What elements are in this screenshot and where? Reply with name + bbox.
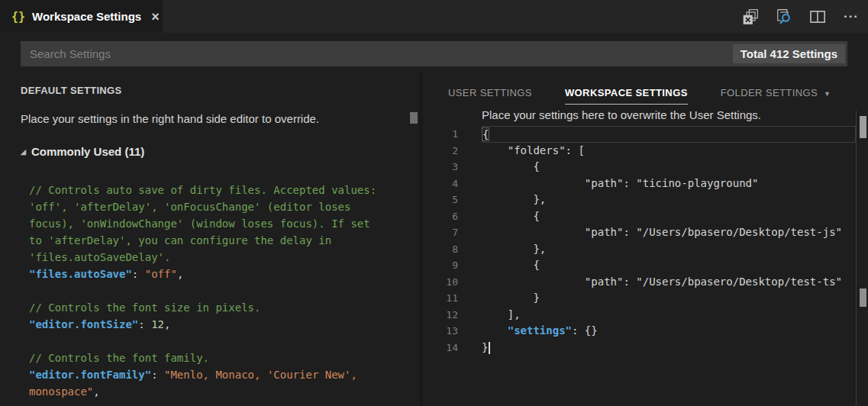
settings-target-tabs: USER SETTINGSWORKSPACE SETTINGSFOLDER SE… <box>448 87 831 105</box>
code-token: // Controls auto save of dirty files. Ac… <box>29 184 376 196</box>
editor-line: 10 "path": "/Users/bpasero/Desktop/test-… <box>423 274 856 291</box>
code-token: "path": "/Users/bpasero/Desktop/test-js" <box>585 226 842 238</box>
line-number: 8 <box>423 241 458 258</box>
line-number: 5 <box>423 192 458 208</box>
editor-line: 8 }, <box>423 241 856 258</box>
code-token: "off" <box>145 268 177 280</box>
code-token: : <box>132 268 145 280</box>
line-content: } <box>482 290 856 307</box>
workspace-settings-pane: USER SETTINGSWORKSPACE SETTINGSFOLDER SE… <box>423 72 868 406</box>
code-line: // Controls the font size in pixels. <box>29 299 376 316</box>
tab-user-settings[interactable]: USER SETTINGS <box>448 87 532 105</box>
overview-ruler-marker[interactable] <box>860 288 866 307</box>
code-token: monospace" <box>29 385 93 398</box>
code-token: { <box>482 128 489 140</box>
code-line: "files.autoSave": "off", <box>29 266 376 282</box>
line-content: }, <box>482 241 856 258</box>
code-token: { <box>533 259 539 271</box>
line-content: { <box>482 126 856 143</box>
settings-search-row: Total 412 Settings <box>0 33 868 72</box>
code-token: : {} <box>572 324 598 337</box>
code-token: } <box>482 341 488 353</box>
close-tab-icon[interactable]: × <box>151 10 160 24</box>
search-settings-input[interactable] <box>21 41 847 66</box>
tab-workspace-settings[interactable]: WORKSPACE SETTINGS <box>565 87 688 105</box>
code-token: }, <box>533 243 546 255</box>
json-braces-icon: {} <box>11 10 25 24</box>
line-content: { <box>482 257 856 274</box>
chevron-down-icon: ▼ <box>824 90 831 98</box>
tab-folder-settings[interactable]: FOLDER SETTINGS▼ <box>721 87 831 105</box>
default-settings-code: // Controls auto save of dirty files. Ac… <box>29 182 376 400</box>
code-token: 12 <box>151 318 164 330</box>
code-token: : <box>138 318 151 330</box>
settings-editor-split: DEFAULT SETTINGS Place your settings in … <box>0 72 868 406</box>
code-token: , <box>164 318 170 330</box>
close-all-editors-icon[interactable] <box>741 8 760 25</box>
preview-search-icon[interactable] <box>775 8 793 25</box>
text-cursor <box>489 342 490 354</box>
editor-scrollbar-thumb[interactable] <box>860 116 866 138</box>
code-line <box>29 282 376 299</box>
line-content: { <box>482 208 856 225</box>
line-content: } <box>482 340 856 356</box>
code-token: : <box>151 369 164 381</box>
editor-line: 12 ], <box>423 307 856 324</box>
code-token: // Controls the font family. <box>29 352 209 364</box>
section-commonly-used[interactable]: ◢Commonly Used (11) <box>21 145 144 158</box>
line-content: "path": "/Users/bpasero/Desktop/test-ts" <box>482 274 856 291</box>
code-line: to 'afterDelay', you can configure the d… <box>29 232 376 249</box>
line-number: 11 <box>423 290 458 307</box>
line-number: 4 <box>423 176 458 192</box>
split-editor-icon[interactable] <box>808 8 827 25</box>
editor-line: 9 { <box>423 257 856 274</box>
line-number: 2 <box>423 143 458 160</box>
line-content: }, <box>482 192 856 208</box>
tab-workspace-settings[interactable]: {} Workspace Settings × <box>0 0 163 33</box>
line-content: "folders": [ <box>482 143 856 160</box>
workspace-settings-description: Place your settings here to overwrite th… <box>482 108 761 121</box>
line-number: 9 <box>423 257 458 274</box>
code-token: "settings" <box>508 324 572 337</box>
editor-line: 1{ <box>423 126 856 143</box>
editor-line: 11 } <box>423 290 856 307</box>
code-line: // Controls the font family. <box>29 350 376 366</box>
code-line: "editor.fontFamily": "Menlo, Monaco, 'Co… <box>29 366 376 383</box>
default-settings-description: Place your settings in the right hand si… <box>21 112 319 125</box>
default-settings-header: DEFAULT SETTINGS <box>21 85 121 96</box>
code-token: "files.autoSave" <box>29 268 132 280</box>
editor-line: 2 "folders": [ <box>423 143 856 160</box>
editor-scrollbar <box>856 111 868 406</box>
code-line <box>29 333 376 350</box>
code-line: monospace", <box>29 383 376 400</box>
more-actions-icon[interactable]: ··· <box>842 8 860 25</box>
code-line: 'files.autoSaveDelay'. <box>29 249 376 266</box>
left-scrollbar-thumb[interactable] <box>410 112 418 124</box>
code-line: "editor.fontSize": 12, <box>29 316 376 333</box>
line-number: 7 <box>423 224 458 241</box>
code-token: { <box>533 160 539 172</box>
editor-actions-toolbar: ··· <box>741 0 860 33</box>
code-line: // Controls auto save of dirty files. Ac… <box>29 182 376 198</box>
code-token: "Menlo, Monaco, 'Courier New', <box>164 369 357 381</box>
default-settings-pane[interactable]: DEFAULT SETTINGS Place your settings in … <box>0 72 419 406</box>
line-number: 6 <box>423 208 458 225</box>
line-content: ], <box>482 307 856 324</box>
code-token: }, <box>533 193 546 205</box>
line-content: "path": "/Users/bpasero/Desktop/test-js" <box>482 224 856 241</box>
line-number: 14 <box>423 340 458 356</box>
vscode-settings-window: { "window": { "tab": { "icon_glyph": "{}… <box>0 0 868 406</box>
line-number: 10 <box>423 274 458 291</box>
code-token: focus), 'onWindowChange' (window loses f… <box>29 218 370 230</box>
code-token: "folders": [ <box>508 144 585 156</box>
line-number: 12 <box>423 307 458 324</box>
line-number: 13 <box>423 323 458 340</box>
code-token: 'files.autoSaveDelay'. <box>29 251 170 263</box>
editor-tab-bar: {} Workspace Settings × <box>0 0 868 33</box>
twistie-expanded-icon: ◢ <box>21 148 26 156</box>
code-token: "editor.fontSize" <box>29 318 138 330</box>
editor-line: 14} <box>423 340 856 356</box>
ellipsis-glyph: ··· <box>844 10 859 23</box>
workspace-settings-editor[interactable]: 1{2 "folders": [3 {4 "path": "ticino-pla… <box>423 126 856 356</box>
code-token: to 'afterDelay', you can configure the d… <box>29 234 331 246</box>
